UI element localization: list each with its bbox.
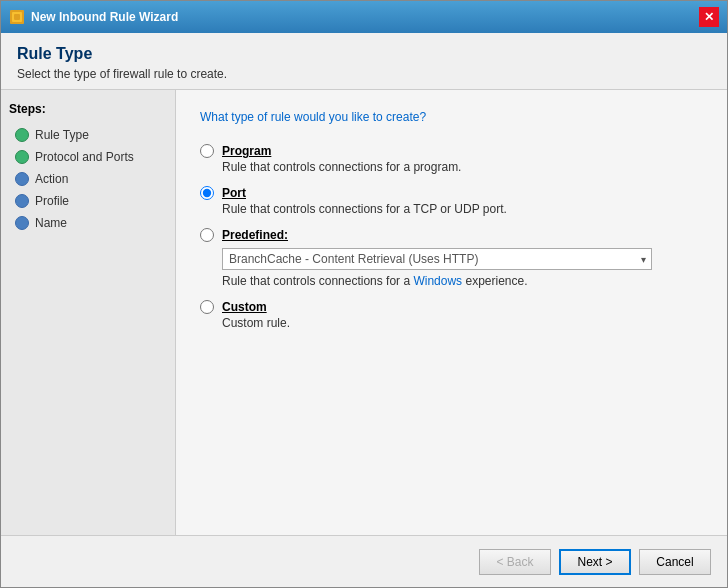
step-dot-profile	[15, 194, 29, 208]
radio-port[interactable]	[200, 186, 214, 200]
sidebar-item-action[interactable]: Action	[9, 168, 167, 190]
predefined-label[interactable]: Predefined:	[222, 228, 288, 242]
radio-custom[interactable]	[200, 300, 214, 314]
option-custom: Custom Custom rule.	[200, 300, 703, 330]
radio-program[interactable]	[200, 144, 214, 158]
predefined-desc: Rule that controls connections for a Win…	[222, 274, 703, 288]
next-button[interactable]: Next >	[559, 549, 631, 575]
sidebar-label-profile: Profile	[35, 194, 69, 208]
program-label[interactable]: Program	[222, 144, 271, 158]
custom-desc: Custom rule.	[222, 316, 703, 330]
sidebar-item-protocol-ports[interactable]: Protocol and Ports	[9, 146, 167, 168]
program-desc: Rule that controls connections for a pro…	[222, 160, 703, 174]
sidebar-item-profile[interactable]: Profile	[9, 190, 167, 212]
step-dot-action	[15, 172, 29, 186]
cancel-button[interactable]: Cancel	[639, 549, 711, 575]
predefined-select-wrapper: BranchCache - Content Retrieval (Uses HT…	[222, 248, 703, 270]
svg-rect-2	[14, 14, 20, 20]
sidebar-label-rule-type: Rule Type	[35, 128, 89, 142]
page-title: Rule Type	[17, 45, 711, 63]
predefined-dropdown-wrapper: BranchCache - Content Retrieval (Uses HT…	[222, 248, 652, 270]
sidebar-label-action: Action	[35, 172, 68, 186]
step-dot-name	[15, 216, 29, 230]
program-label-row: Program	[200, 144, 703, 158]
custom-label[interactable]: Custom	[222, 300, 267, 314]
window-title: New Inbound Rule Wizard	[31, 10, 178, 24]
title-bar-left: New Inbound Rule Wizard	[9, 9, 178, 25]
custom-label-row: Custom	[200, 300, 703, 314]
steps-label: Steps:	[9, 102, 167, 116]
sidebar-label-name: Name	[35, 216, 67, 230]
app-icon	[9, 9, 25, 25]
back-button[interactable]: < Back	[479, 549, 551, 575]
sidebar: Steps: Rule Type Protocol and Ports Acti…	[1, 90, 176, 535]
close-button[interactable]: ✕	[699, 7, 719, 27]
sidebar-label-protocol-ports: Protocol and Ports	[35, 150, 134, 164]
page-subtitle: Select the type of firewall rule to crea…	[17, 67, 711, 81]
step-dot-rule-type	[15, 128, 29, 142]
title-bar: New Inbound Rule Wizard ✕	[1, 1, 727, 33]
window-body: Rule Type Select the type of firewall ru…	[1, 33, 727, 587]
option-program: Program Rule that controls connections f…	[200, 144, 703, 174]
sidebar-item-rule-type[interactable]: Rule Type	[9, 124, 167, 146]
header-section: Rule Type Select the type of firewall ru…	[1, 33, 727, 89]
port-label[interactable]: Port	[222, 186, 246, 200]
question-text: What type of rule would you like to crea…	[200, 110, 703, 124]
radio-predefined[interactable]	[200, 228, 214, 242]
option-port: Port Rule that controls connections for …	[200, 186, 703, 216]
predefined-label-row: Predefined:	[200, 228, 703, 242]
step-dot-protocol-ports	[15, 150, 29, 164]
radio-group: Program Rule that controls connections f…	[200, 144, 703, 342]
sidebar-item-name[interactable]: Name	[9, 212, 167, 234]
footer: < Back Next > Cancel	[1, 535, 727, 587]
main-panel: What type of rule would you like to crea…	[176, 90, 727, 535]
port-label-row: Port	[200, 186, 703, 200]
wizard-window: New Inbound Rule Wizard ✕ Rule Type Sele…	[0, 0, 728, 588]
port-desc: Rule that controls connections for a TCP…	[222, 202, 703, 216]
option-predefined: Predefined: BranchCache - Content Retrie…	[200, 228, 703, 288]
content-area: Steps: Rule Type Protocol and Ports Acti…	[1, 90, 727, 535]
windows-link: Windows	[413, 274, 462, 288]
predefined-dropdown[interactable]: BranchCache - Content Retrieval (Uses HT…	[222, 248, 652, 270]
